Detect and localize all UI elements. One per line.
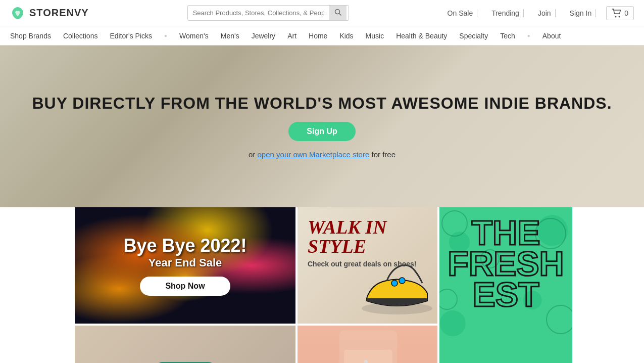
nav-health-beauty[interactable]: Health & Beauty xyxy=(396,32,447,40)
nav-mens[interactable]: Men's xyxy=(221,32,239,40)
main-nav: Shop Brands Collections Editor's Picks ●… xyxy=(0,26,644,46)
signup-button[interactable]: Sign Up xyxy=(288,122,355,141)
fireworks-card[interactable]: Bye Bye 2022! Year End Sale Shop Now xyxy=(75,207,295,324)
nav-womens[interactable]: Women's xyxy=(179,32,209,40)
dress-illustration xyxy=(298,326,437,363)
svg-point-2 xyxy=(615,16,617,17)
fireworks-title: Bye Bye 2022! xyxy=(123,235,246,256)
nav-jewelry[interactable]: Jewelry xyxy=(252,32,275,40)
cart-icon xyxy=(612,9,622,18)
shoes-title: WALK IN STYLE xyxy=(308,217,427,256)
nav-home[interactable]: Home xyxy=(309,32,327,40)
search-input[interactable] xyxy=(188,6,329,20)
nav-music[interactable]: Music xyxy=(366,32,384,40)
fireworks-subtitle: Year End Sale xyxy=(123,256,246,269)
logo-text: STORENVY xyxy=(29,7,89,19)
nav-dot-1: ● xyxy=(164,33,167,38)
signin-link[interactable]: Sign In xyxy=(566,9,597,17)
svg-rect-21 xyxy=(344,350,392,363)
dress-card[interactable]: Dress xyxy=(298,326,437,363)
nav-collections[interactable]: Collections xyxy=(63,32,97,40)
fireworks-text: Bye Bye 2022! Year End Sale Shop Now xyxy=(123,235,246,296)
promo-grid: Bye Bye 2022! Year End Sale Shop Now WAL… xyxy=(75,207,569,363)
hero-content: BUY DIRECTLY FROM THE WORLD'S MOST AWESO… xyxy=(32,94,612,159)
shoes-content: WALK IN STYLE Check out great deals on s… xyxy=(298,207,437,324)
hero-title: BUY DIRECTLY FROM THE WORLD'S MOST AWESO… xyxy=(32,94,612,113)
hero-sub-prefix: or xyxy=(249,150,258,159)
search-button[interactable] xyxy=(329,6,346,20)
join-link[interactable]: Join xyxy=(534,9,556,17)
jewelry-gem-illustration xyxy=(140,352,231,364)
fresh-title: THEFRESHEST xyxy=(448,217,564,310)
search-icon xyxy=(334,9,341,16)
nav-tech[interactable]: Tech xyxy=(500,32,515,40)
nav-specialty[interactable]: Specialty xyxy=(459,32,488,40)
cart-count: 0 xyxy=(624,9,628,17)
nav-kids[interactable]: Kids xyxy=(339,32,353,40)
svg-point-3 xyxy=(619,16,620,17)
jewelry-card[interactable]: Featured Collection: Jewelry Visit Store… xyxy=(75,326,295,363)
cart-button[interactable]: 0 xyxy=(606,6,634,20)
promo-section: Bye Bye 2022! Year End Sale Shop Now WAL… xyxy=(0,207,644,363)
nav-art[interactable]: Art xyxy=(287,32,296,40)
logo[interactable]: STORENVY xyxy=(10,6,89,21)
shoes-subtitle: Check out great deals on shoes! xyxy=(308,260,427,268)
logo-icon xyxy=(10,6,25,21)
fresh-card[interactable]: THEFRESHEST Snag these new arrivals befo… xyxy=(439,207,572,363)
trending-link[interactable]: Trending xyxy=(487,9,524,17)
hero-section: BUY DIRECTLY FROM THE WORLD'S MOST AWESO… xyxy=(0,46,644,207)
nav-shop-brands[interactable]: Shop Brands xyxy=(10,32,51,40)
top-bar: STORENVY On Sale Trending Join Sign In 0 xyxy=(0,0,644,26)
fireworks-shop-now-button[interactable]: Shop Now xyxy=(140,277,230,296)
nav-dot-2: ● xyxy=(527,33,530,38)
nav-about[interactable]: About xyxy=(542,32,561,40)
nav-editors-picks[interactable]: Editor's Picks xyxy=(110,32,152,40)
marketplace-link[interactable]: open your own Marketplace store xyxy=(258,150,370,159)
hero-sub: or open your own Marketplace store for f… xyxy=(249,150,395,159)
search-bar[interactable] xyxy=(187,5,349,21)
on-sale-link[interactable]: On Sale xyxy=(448,9,478,17)
top-right-links: On Sale Trending Join Sign In 0 xyxy=(448,6,634,20)
hero-sub-suffix: for free xyxy=(369,150,395,159)
svg-line-1 xyxy=(339,14,341,16)
shoes-card[interactable]: WALK IN STYLE Check out great deals on s… xyxy=(298,207,437,324)
